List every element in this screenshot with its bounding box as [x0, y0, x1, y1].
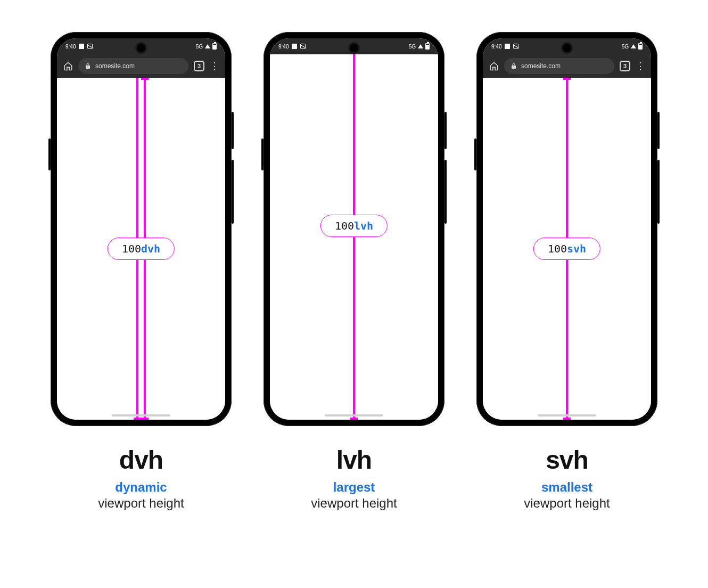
battery-icon: [638, 43, 643, 50]
network-label: 5G: [622, 44, 629, 50]
pill-unit: lvh: [354, 219, 373, 232]
lock-icon: [85, 63, 91, 69]
status-right: 5G: [196, 43, 217, 50]
status-time: 9:40: [491, 44, 501, 50]
pill-value: 100: [335, 219, 354, 232]
caption: lvh largest viewport height: [311, 445, 397, 511]
pill-value: 100: [548, 242, 567, 255]
notification-icon: [300, 44, 306, 49]
tab-count-button[interactable]: 3: [194, 61, 204, 71]
phone-screen: 9:40 5G 100lvh: [270, 38, 438, 420]
pill-unit: svh: [567, 242, 586, 255]
caption-accent: dynamic: [115, 480, 167, 494]
tab-count-button[interactable]: 3: [620, 61, 630, 71]
col-svh: 9:40 5G: [476, 32, 657, 511]
col-dvh: 9:40 5G: [51, 32, 232, 511]
phone-frame: 9:40 5G: [51, 32, 232, 426]
status-right: 5G: [409, 43, 430, 50]
camera-punch-hole: [137, 44, 145, 52]
notification-icon: [513, 44, 518, 49]
gesture-bar: [112, 414, 170, 416]
camera-punch-hole: [563, 44, 571, 52]
status-left: 9:40: [491, 44, 518, 50]
phone-side-button: [261, 138, 264, 170]
unit-pill: 100lvh: [320, 215, 388, 237]
network-label: 5G: [409, 44, 416, 50]
address-bar[interactable]: somesite.com: [78, 58, 188, 74]
unit-pill: 100dvh: [108, 238, 175, 260]
caption-accent: smallest: [541, 480, 592, 494]
battery-icon: [212, 43, 217, 50]
caption-plain: viewport height: [311, 496, 397, 511]
viewport-content: 100dvh: [57, 78, 225, 420]
pill-unit: dvh: [141, 242, 160, 255]
phone-side-button: [48, 138, 51, 170]
status-time: 9:40: [278, 44, 289, 50]
network-label: 5G: [196, 44, 203, 50]
notification-icon: [79, 44, 84, 49]
caption-abbr: svh: [524, 445, 610, 475]
phone-side-button: [657, 112, 660, 149]
caption: svh smallest viewport height: [524, 445, 610, 511]
unit-pill: 100svh: [533, 238, 600, 260]
caption-abbr: dvh: [98, 445, 184, 475]
phone-screen: 9:40 5G: [57, 38, 225, 420]
overflow-menu-icon[interactable]: ⋮: [636, 61, 645, 71]
pill-value: 100: [122, 242, 141, 255]
status-left: 9:40: [278, 44, 306, 50]
viewport-content: 100svh: [483, 78, 651, 420]
status-time: 9:40: [65, 44, 76, 50]
notification-icon: [292, 44, 297, 49]
signal-icon: [418, 44, 423, 48]
caption-accent: largest: [333, 480, 375, 494]
battery-icon: [425, 43, 430, 50]
phone-screen: 9:40 5G: [483, 38, 651, 420]
address-url: somesite.com: [521, 62, 561, 70]
viewport-content: 100lvh: [270, 54, 438, 420]
home-icon[interactable]: [489, 61, 499, 71]
status-right: 5G: [622, 43, 643, 50]
measure-line-large: [136, 38, 138, 420]
signal-icon: [205, 44, 210, 48]
caption-plain: viewport height: [98, 496, 184, 511]
caption: dvh dynamic viewport height: [98, 445, 184, 511]
signal-icon: [631, 44, 636, 48]
phone-side-button: [444, 112, 447, 149]
address-url: somesite.com: [95, 62, 135, 70]
camera-punch-hole: [350, 44, 358, 52]
gesture-bar: [325, 414, 383, 416]
phone-side-button: [232, 112, 234, 149]
browser-address-row: somesite.com 3 ⋮: [57, 54, 225, 78]
caption-abbr: lvh: [311, 445, 397, 475]
notification-icon: [505, 44, 510, 49]
overflow-menu-icon[interactable]: ⋮: [210, 61, 219, 71]
phone-side-button: [444, 160, 447, 224]
diagram-row: 9:40 5G: [51, 32, 657, 511]
caption-plain: viewport height: [524, 496, 610, 511]
address-bar[interactable]: somesite.com: [504, 58, 614, 74]
status-left: 9:40: [65, 44, 93, 50]
phone-side-button: [474, 138, 476, 170]
phone-frame: 9:40 5G: [476, 32, 657, 426]
notification-icon: [87, 44, 93, 49]
col-lvh: 9:40 5G 100lvh: [264, 32, 444, 511]
phone-side-button: [232, 160, 234, 224]
home-icon[interactable]: [63, 61, 73, 71]
gesture-bar: [538, 414, 596, 416]
phone-frame: 9:40 5G 100lvh: [264, 32, 444, 426]
phone-side-button: [657, 160, 660, 224]
browser-address-row: somesite.com 3 ⋮: [483, 54, 651, 78]
lock-icon: [511, 63, 517, 69]
